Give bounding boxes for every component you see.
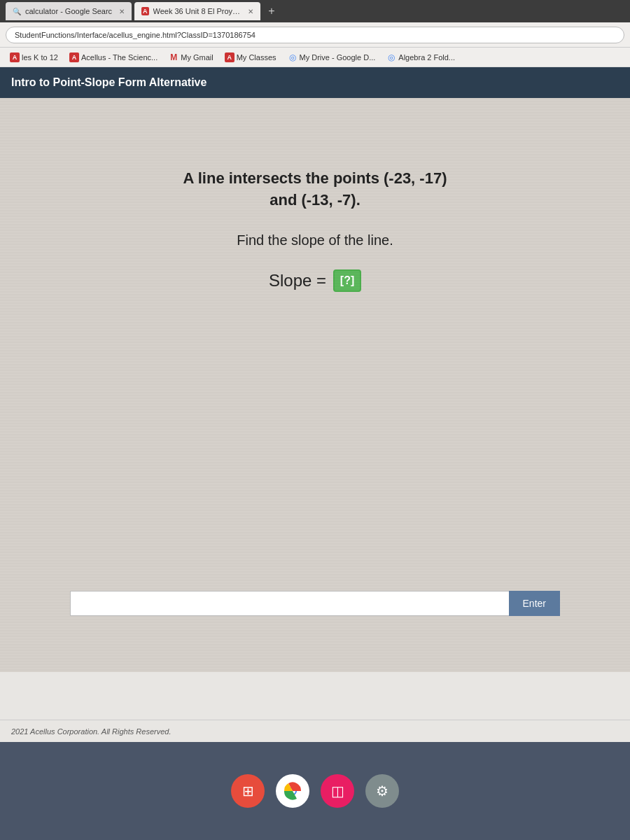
taskbar-icon-chrome[interactable] xyxy=(276,774,309,808)
bookmark-icon-gmail: M xyxy=(169,52,178,62)
slope-label: Slope = xyxy=(269,271,326,290)
taskbar-icon-files[interactable]: ◫ xyxy=(321,774,354,808)
bookmark-icon-k12: A xyxy=(10,52,20,62)
settings-icon: ⚙ xyxy=(376,783,388,799)
footer-text: 2021 Acellus Corporation. All Rights Res… xyxy=(11,727,171,736)
answer-input[interactable] xyxy=(70,591,509,616)
tab-icon-calculator: 🔍 xyxy=(13,7,21,15)
bookmark-my-drive[interactable]: ◎ My Drive - Google D... xyxy=(284,51,380,64)
tab-icon-acellus: A xyxy=(141,7,149,15)
bookmark-algebra[interactable]: ◎ Algebra 2 Fold... xyxy=(382,51,459,64)
slope-answer-box: [?] xyxy=(333,270,361,292)
bookmark-my-classes[interactable]: A My Classes xyxy=(220,51,281,64)
slope-equation: Slope = [?] xyxy=(269,270,361,292)
bookmark-gmail[interactable]: M My Gmail xyxy=(164,51,217,64)
bookmark-k12[interactable]: A les K to 12 xyxy=(6,51,62,64)
browser-window: 🔍 calculator - Google Searc ✕ A Week 36 … xyxy=(0,0,630,742)
tab-acellus[interactable]: A Week 36 Unit 8 El Proyecto Los N ✕ xyxy=(134,2,260,20)
main-content: A line intersects the points (-23, -17) … xyxy=(0,98,630,672)
address-bar: StudentFunctions/Interface/acellus_engin… xyxy=(0,22,630,48)
apps-icon: ⊞ xyxy=(242,783,254,799)
find-slope-text: Find the slope of the line. xyxy=(237,232,393,248)
page-header: Intro to Point-Slope Form Alternative xyxy=(0,67,630,98)
tab-close-calculator[interactable]: ✕ xyxy=(119,8,125,15)
taskbar: ⊞ ◫ ⚙ xyxy=(0,742,630,840)
bookmark-icon-algebra: ◎ xyxy=(386,52,396,62)
taskbar-icon-apps[interactable]: ⊞ xyxy=(231,774,265,808)
bookmark-icon-acellus: A xyxy=(69,52,79,62)
bookmarks-bar: A les K to 12 A Acellus - The Scienc... … xyxy=(0,48,630,67)
new-tab-button[interactable]: + xyxy=(263,3,280,20)
address-input[interactable]: StudentFunctions/Interface/acellus_engin… xyxy=(6,27,624,43)
bookmark-icon-my-drive: ◎ xyxy=(288,52,298,62)
input-area: Enter xyxy=(70,591,560,616)
tab-close-acellus[interactable]: ✕ xyxy=(248,8,253,15)
tab-calculator[interactable]: 🔍 calculator - Google Searc ✕ xyxy=(6,2,132,20)
bookmark-icon-my-classes: A xyxy=(225,52,234,62)
files-icon: ◫ xyxy=(331,783,344,799)
title-bar: 🔍 calculator - Google Searc ✕ A Week 36 … xyxy=(0,0,630,22)
chrome-icon xyxy=(283,781,302,801)
question-text: A line intersects the points (-23, -17) … xyxy=(183,168,447,211)
page-header-title: Intro to Point-Slope Form Alternative xyxy=(11,76,206,89)
enter-button[interactable]: Enter xyxy=(509,591,560,616)
footer: 2021 Acellus Corporation. All Rights Res… xyxy=(0,720,630,742)
bookmark-acellus[interactable]: A Acellus - The Scienc... xyxy=(65,51,162,64)
taskbar-icon-settings[interactable]: ⚙ xyxy=(365,774,399,808)
